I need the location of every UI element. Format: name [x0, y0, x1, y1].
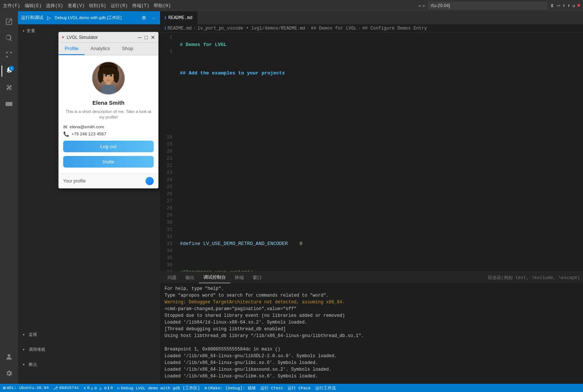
code-line-3: ## Add the examples to your projects: [180, 70, 583, 77]
command-input[interactable]: [428, 1, 547, 10]
callstack-label: 调用堆栈: [29, 347, 45, 352]
tab-terminal[interactable]: 终端: [230, 272, 248, 283]
activity-source-control[interactable]: [1, 47, 16, 62]
sim-tab-analytics[interactable]: Analytics: [85, 43, 116, 55]
status-git[interactable]: ⎇ 8691574c: [53, 386, 79, 391]
code-line-blank6: [180, 141, 583, 148]
term-line-13: Loaded '/lib/x86_64-linux-gnu/libm.so.6'…: [165, 373, 579, 380]
activity-settings[interactable]: [1, 366, 16, 381]
simulator-window: ✕ LVGL Simulator ─ □ ✕ Profile Analytics…: [58, 32, 159, 189]
tab-info-icon: ℹ: [165, 15, 166, 20]
sim-invite-button[interactable]: Invite: [63, 156, 154, 168]
sim-footer-text: Your profile: [63, 178, 86, 184]
pause-icon[interactable]: ⏸: [550, 3, 554, 9]
watches-collapse-icon[interactable]: ▾: [22, 333, 25, 337]
debug-config-label: Debug LVGL demo with gdb [工作区]: [55, 15, 138, 21]
tab-output[interactable]: 输出: [181, 272, 199, 283]
status-errors[interactable]: ✕ 0 △ 0 △ 0 ℹ 0: [83, 386, 113, 391]
debug-more-button[interactable]: ···: [150, 14, 157, 21]
sim-controls: ─ □ ✕: [138, 35, 155, 40]
code-line-blank12: [180, 226, 583, 233]
menu-edit[interactable]: 编辑(E): [25, 3, 42, 9]
breadcrumb-path: lv_port_pc_vscode • lvgl/demos/README.md: [197, 26, 305, 31]
nav-forward-icon[interactable]: ▶: [423, 3, 426, 9]
activity-extensions[interactable]: [1, 80, 16, 95]
status-cmake[interactable]: ⚙ CMake: [Debug]: 就绪: [205, 385, 256, 391]
sim-maximize-button[interactable]: □: [145, 35, 148, 40]
menu-select[interactable]: 选择(S): [46, 3, 63, 9]
svg-point-4: [7, 103, 9, 105]
error-icon: ✕: [83, 386, 86, 391]
sim-tab-shop[interactable]: Shop: [116, 43, 139, 55]
menu-file[interactable]: 文件(F): [3, 3, 20, 9]
svg-point-0: [6, 56, 8, 58]
menu-view[interactable]: 查看(V): [68, 3, 85, 9]
sim-tab-profile[interactable]: Profile: [59, 43, 85, 55]
top-menu-bar: 文件(F) 编辑(E) 选择(S) 查看(V) 转到(G) 运行(R) 终端(T…: [0, 0, 583, 11]
status-debug-session[interactable]: ▷ Debug LVGL demo with gdb [工作区]: [117, 385, 200, 391]
code-line-blank10: [180, 197, 583, 205]
sep1: ›: [193, 26, 196, 31]
sim-email-row: ✉ elena@smith.com: [63, 124, 154, 130]
editor-breadcrumb: ℹ README.md › lv_port_pc_vscode • lvgl/d…: [160, 24, 583, 33]
cmake-label: CMake: [Debug]: 就绪: [208, 385, 256, 391]
status-run-workflow[interactable]: 运行工作流: [315, 385, 336, 391]
debug-play-button[interactable]: ▷: [46, 14, 52, 21]
callstack-collapse-icon[interactable]: ▾: [22, 347, 25, 352]
stop-icon[interactable]: ■: [577, 3, 580, 8]
nav-back-icon[interactable]: ◀: [418, 3, 421, 9]
sim-email: elena@smith.com: [70, 125, 104, 129]
sim-title: LVGL Simulator: [67, 35, 135, 40]
tab-debug-console[interactable]: 调试控制台: [199, 272, 230, 283]
svg-point-16: [110, 74, 112, 77]
sim-logout-button[interactable]: Log out: [63, 141, 154, 152]
sim-minimize-button[interactable]: ─: [138, 35, 142, 40]
menu-goto[interactable]: 转到(G): [89, 3, 106, 9]
step-over-icon[interactable]: ⤻: [556, 3, 560, 9]
activity-debug[interactable]: 1: [1, 64, 16, 79]
activity-remote[interactable]: [1, 97, 16, 111]
term-line-4: =cmd-param-changed,param="pagination",va…: [165, 306, 579, 312]
svg-point-15: [105, 74, 107, 77]
svg-point-17: [105, 74, 106, 75]
step-out-icon[interactable]: ⬆: [567, 3, 570, 9]
tab-problems[interactable]: 问题: [163, 272, 181, 283]
menu-help[interactable]: 帮助(H): [154, 3, 171, 9]
phone-icon: 📞: [63, 131, 69, 137]
tab-window[interactable]: 窗口: [248, 272, 266, 283]
restart-icon[interactable]: ↺: [573, 3, 575, 9]
status-run-cpack[interactable]: 运行 CPack: [288, 385, 311, 391]
code-line-blank9: [180, 183, 583, 190]
debug-toolbar: 运行和调试 ▷ Debug LVGL demo with gdb [工作区] ⚙…: [18, 11, 160, 24]
git-hash: 8691574c: [59, 386, 79, 390]
editor-tabs: ℹ README.md: [160, 11, 583, 24]
sim-avatar-image: [92, 62, 125, 94]
activity-search[interactable]: [1, 31, 16, 46]
code-line-blank1: [180, 55, 583, 62]
breakpoints-collapse-icon[interactable]: ▾: [22, 362, 25, 367]
menu-run[interactable]: 运行(R): [111, 3, 128, 9]
menu-terminal[interactable]: 终端(T): [132, 3, 150, 9]
sim-footer-dot[interactable]: [145, 177, 154, 185]
sim-titlebar: ✕ LVGL Simulator ─ □ ✕: [59, 32, 158, 43]
code-line-blank3: [180, 98, 583, 105]
status-run-ctest[interactable]: 运行 CTest: [260, 385, 283, 391]
debug-settings-button[interactable]: ⚙: [140, 14, 148, 21]
debug-session-label: Debug LVGL demo with gdb [工作区]: [121, 385, 200, 391]
sidebar: 运行和调试 ▷ Debug LVGL demo with gdb [工作区] ⚙…: [18, 11, 160, 384]
term-line-11: Loaded '/lib/x86_64-linux-gnu/libc.so.6'…: [165, 359, 579, 366]
code-line-20: /*Benchmark your system*/: [180, 269, 583, 272]
editor-tab-readme[interactable]: ℹ README.md: [160, 11, 197, 24]
status-wsl[interactable]: ⊞ WSL: Ubuntu-20.04: [3, 385, 49, 391]
collapse-icon[interactable]: ▾: [22, 29, 25, 33]
sim-close-button[interactable]: ✕: [151, 35, 155, 40]
activity-accounts[interactable]: [1, 349, 16, 364]
cmake-icon: ⚙: [205, 386, 207, 391]
activity-explorer[interactable]: [1, 14, 16, 29]
activity-bottom: [1, 349, 16, 384]
step-into-icon[interactable]: ⬇: [562, 3, 565, 9]
breadcrumb-h2: ## Configure Demos Entry: [362, 26, 427, 31]
code-line-blank2: [180, 84, 583, 91]
svg-rect-3: [6, 102, 12, 106]
code-line-18: #define LV_USE_DEMO_RETRO_AND_ENCODER 0: [180, 240, 583, 247]
